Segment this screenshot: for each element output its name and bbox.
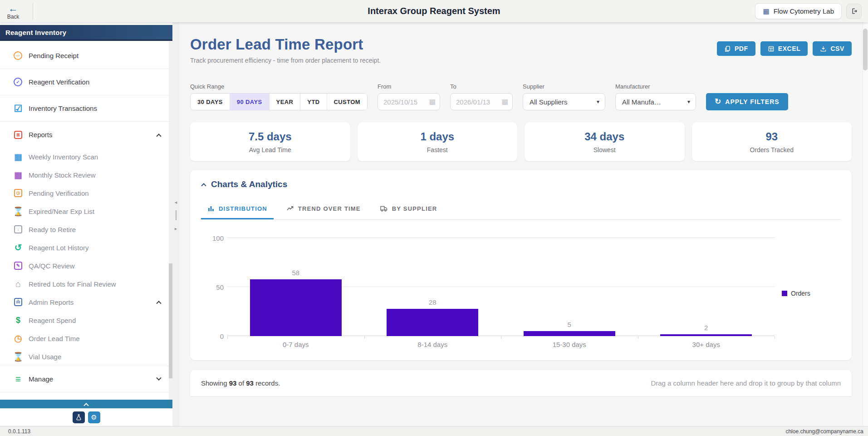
bar-slot: 28 bbox=[364, 238, 501, 336]
sidebar-item-pending-verification[interactable]: ◷Pending Verification bbox=[0, 184, 172, 202]
lab-name: Flow Cytometry Lab bbox=[774, 7, 834, 15]
logout-button[interactable] bbox=[846, 4, 862, 19]
back-button[interactable]: ← Back bbox=[0, 3, 26, 20]
stat-label: Avg Lead Time bbox=[249, 146, 291, 154]
checklist-icon: ☑ bbox=[13, 104, 24, 113]
stat-card-orders-tracked: 93 Orders Tracked bbox=[692, 122, 852, 161]
main-scrollbar-thumb[interactable] bbox=[863, 29, 868, 70]
sidebar-header: Reagent Inventory bbox=[0, 25, 172, 41]
tab-label: TREND OVER TIME bbox=[298, 205, 361, 212]
y-axis-tick-label: 0 bbox=[206, 332, 224, 340]
bar-chart-box-icon: ılı bbox=[14, 298, 22, 306]
bar-value-label: 58 bbox=[292, 269, 299, 277]
chevron-down-icon: ▾ bbox=[597, 99, 599, 105]
quick-range-30-days[interactable]: 30 DAYS bbox=[191, 94, 230, 110]
sidebar-item-retired-lots-for-final-review[interactable]: ⌂Retired Lots for Final Review bbox=[0, 275, 172, 293]
lab-selector-button[interactable]: ▦ Flow Cytometry Lab bbox=[755, 3, 842, 19]
main-scrollbar[interactable] bbox=[863, 22, 868, 426]
quick-range-year[interactable]: YEAR bbox=[270, 94, 301, 110]
manufacturer-label: Manufacturer bbox=[615, 83, 696, 90]
sidebar-item-order-lead-time[interactable]: ◷Order Lead Time bbox=[0, 329, 172, 347]
bar-value-label: 2 bbox=[704, 324, 708, 332]
sidebar-item-monthly-stock-review[interactable]: ▦Monthly Stock Review bbox=[0, 166, 172, 184]
sidebar-item-qa-qc-review[interactable]: ✎QA/QC Review bbox=[0, 257, 172, 275]
sidebar-item-ready-to-retire[interactable]: ↓Ready to Retire bbox=[0, 220, 172, 238]
truck-icon bbox=[380, 205, 388, 212]
group-by-drop-zone[interactable]: Drag a column header here and drop it to… bbox=[651, 379, 841, 387]
x-axis-tick bbox=[775, 336, 775, 339]
bar-8-14-days[interactable] bbox=[387, 309, 478, 336]
quick-range-ytd[interactable]: YTD bbox=[300, 94, 327, 110]
y-axis-tick-label: 100 bbox=[206, 234, 224, 242]
x-axis-label: 15-30 days bbox=[501, 341, 638, 348]
settings-button[interactable]: ⚙ bbox=[88, 411, 100, 423]
sidebar-item-expired-near-exp-list[interactable]: ⌛Expired/Near Exp List bbox=[0, 202, 172, 220]
sidebar-item-weekly-inventory-scan[interactable]: ▦Weekly Inventory Scan bbox=[0, 148, 172, 166]
bar-chart: 050100582852 0-7 days8-14 days15-30 days… bbox=[201, 238, 841, 348]
x-axis-tick bbox=[638, 336, 638, 339]
stat-label: Slowest bbox=[593, 146, 616, 154]
sidebar-item-pending-receipt[interactable]: ⋯Pending Receipt bbox=[0, 43, 172, 69]
quick-range-label: Quick Range bbox=[190, 83, 368, 90]
quick-range-90-days[interactable]: 90 DAYS bbox=[230, 94, 270, 110]
bar-0-7-days[interactable] bbox=[250, 279, 342, 336]
charts-section-title: Charts & Analytics bbox=[211, 179, 287, 189]
sidebar-item-inventory-transactions[interactable]: ☑Inventory Transactions bbox=[0, 95, 172, 121]
archive-building-icon: ⌂ bbox=[13, 279, 24, 288]
stats-row: 7.5 days Avg Lead Time 1 days Fastest 34… bbox=[190, 122, 852, 161]
hourglass-icon: ⌛ bbox=[13, 352, 24, 361]
sidebar-item-vial-usage[interactable]: ⌛Vial Usage bbox=[0, 347, 172, 366]
sidebar-item-reagent-lot-history[interactable]: ↺Reagent Lot History bbox=[0, 238, 172, 257]
collapse-right-icon[interactable]: ▸ bbox=[175, 226, 177, 231]
collapse-left-icon[interactable]: ◂ bbox=[175, 200, 177, 204]
sidebar-item-reports[interactable]: ≣Reports bbox=[0, 122, 172, 148]
sidebar-item-label: Expired/Near Exp List bbox=[29, 208, 94, 215]
calendar-icon[interactable]: ▦ bbox=[429, 98, 436, 106]
bars-row: 582852 bbox=[227, 238, 775, 336]
lab-mode-button[interactable] bbox=[73, 411, 85, 423]
sidebar-item-label: Monthly Stock Review bbox=[29, 171, 96, 179]
sidebar-item-manage[interactable]: ≡Manage bbox=[0, 366, 172, 392]
stat-card-slowest: 34 days Slowest bbox=[525, 122, 685, 161]
tab-by-supplier[interactable]: BY SUPPLIER bbox=[373, 200, 444, 219]
bar-30-days[interactable] bbox=[660, 334, 752, 336]
chevron-up-icon bbox=[201, 183, 206, 188]
y-axis-tick-label: 50 bbox=[206, 283, 224, 291]
calendar-icon: ▦ bbox=[13, 153, 24, 161]
from-date-input[interactable]: 2025/10/15 ▦ bbox=[378, 93, 440, 110]
sidebar-item-label: Weekly Inventory Scan bbox=[29, 153, 98, 161]
supplier-select[interactable]: All Suppliers ▾ bbox=[523, 93, 605, 110]
sidebar-item-label: Reagent Lot History bbox=[29, 244, 89, 252]
x-axis-tick bbox=[364, 336, 365, 339]
quick-range-custom[interactable]: CUSTOM bbox=[327, 94, 368, 110]
sidebar-collapse-bar[interactable] bbox=[0, 400, 172, 408]
charts-section-toggle[interactable]: Charts & Analytics bbox=[201, 179, 841, 189]
legend-swatch-orders bbox=[782, 291, 787, 296]
line-chart-icon bbox=[286, 205, 294, 212]
sidebar-item-reagent-verification[interactable]: ✓Reagent Verification bbox=[0, 69, 172, 95]
manufacturer-select[interactable]: All Manufa… ▾ bbox=[615, 93, 696, 110]
apply-filters-button[interactable]: ↻ APPLY FILTERS bbox=[706, 93, 788, 110]
stat-value: 1 days bbox=[420, 130, 454, 143]
sidebar-item-reagent-spend[interactable]: $Reagent Spend bbox=[0, 311, 172, 329]
sidebar-scrollbar[interactable] bbox=[169, 41, 172, 400]
export-csv-button[interactable]: CSV bbox=[813, 41, 852, 56]
bar-15-30-days[interactable] bbox=[524, 331, 615, 336]
sidebar-menu: ⋯Pending Receipt✓Reagent Verification☑In… bbox=[0, 41, 172, 400]
tab-trend-over-time[interactable]: TREND OVER TIME bbox=[280, 200, 367, 219]
download-icon bbox=[820, 45, 827, 52]
sidebar-item-admin-reports[interactable]: ılıAdmin Reports bbox=[0, 293, 172, 311]
splitter-grip[interactable] bbox=[176, 210, 177, 220]
panel-splitter[interactable]: ◂ ▸ bbox=[172, 22, 179, 426]
manufacturer-value: All Manufa… bbox=[622, 98, 684, 106]
calendar-icon[interactable]: ▦ bbox=[502, 98, 508, 106]
chevron-down-icon: ▾ bbox=[687, 99, 690, 105]
chevron-up-icon bbox=[156, 301, 161, 306]
export-excel-button[interactable]: EXCEL bbox=[760, 41, 808, 56]
chevron-up-icon bbox=[156, 134, 161, 139]
sidebar-scrollbar-thumb[interactable] bbox=[169, 263, 172, 378]
sidebar-item-label: Reagent Spend bbox=[29, 317, 76, 324]
to-date-input[interactable]: 2026/01/13 ▦ bbox=[450, 93, 513, 110]
tab-distribution[interactable]: DISTRIBUTION bbox=[201, 200, 274, 219]
export-pdf-button[interactable]: PDF bbox=[717, 41, 755, 56]
